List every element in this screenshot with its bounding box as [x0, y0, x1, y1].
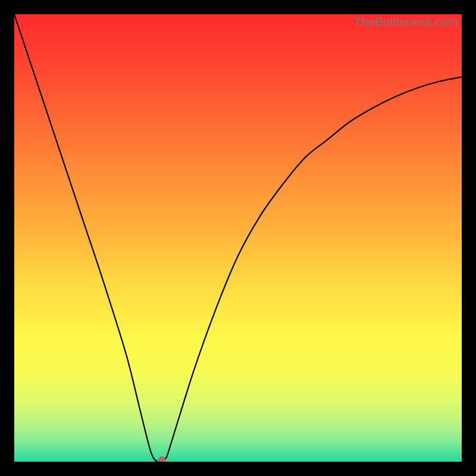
plot-frame: TheBottleneck.com	[14, 14, 462, 462]
gradient-background	[14, 14, 462, 462]
chart-canvas	[14, 14, 462, 462]
